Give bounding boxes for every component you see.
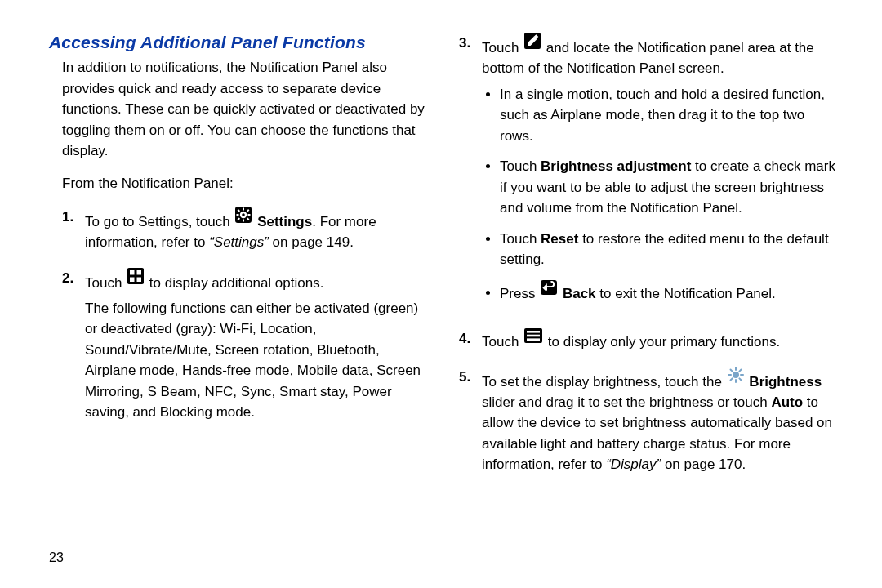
functions-list-text: The following functions can either be ac… <box>85 298 430 423</box>
steps-list-left: 1. To go to Settings, touch <box>49 207 430 423</box>
text: Touch <box>482 333 523 349</box>
svg-rect-13 <box>137 270 142 275</box>
step-body: Touch to display only your primary funct… <box>482 328 840 352</box>
brightness-sun-icon <box>728 367 744 390</box>
text: Touch <box>85 274 126 290</box>
bullet: Press Back to exit the Not <box>500 280 840 304</box>
bullet: Touch Brightness adjustment to create a … <box>500 156 840 219</box>
step-body: Touch and locate the Notification panel … <box>482 33 840 314</box>
step-3: 3. Touch and locate the N <box>459 33 840 314</box>
bold-term: Auto <box>771 394 803 410</box>
step-1: 1. To go to Settings, touch <box>62 207 430 253</box>
step-number: 3. <box>459 33 482 314</box>
svg-point-2 <box>243 213 246 216</box>
svg-rect-4 <box>243 220 244 222</box>
text: To set the display brightness, touch the <box>482 373 726 389</box>
text: on page 170. <box>661 457 746 472</box>
bold-term: Reset <box>541 231 578 247</box>
svg-line-28 <box>730 369 732 371</box>
gear-icon <box>235 207 252 229</box>
edit-pencil-icon <box>524 33 541 56</box>
settings-label: Settings <box>257 214 312 229</box>
text: to exit the Notification Panel. <box>596 285 776 301</box>
bold-term: Back <box>563 285 596 301</box>
svg-rect-14 <box>130 277 135 282</box>
svg-line-31 <box>739 369 741 371</box>
right-column: 3. Touch and locate the N <box>459 33 840 490</box>
section-heading: Accessing Additional Panel Functions <box>49 33 430 52</box>
text: To go to Settings, touch <box>85 214 234 229</box>
step-number: 2. <box>62 268 85 423</box>
svg-line-30 <box>730 378 732 380</box>
list-rows-icon <box>524 328 542 350</box>
svg-rect-5 <box>237 214 239 216</box>
step-body: To set the display brightness, touch the <box>482 367 840 475</box>
step-4: 4. Touch <box>459 328 840 352</box>
from-line: From the Notification Panel: <box>49 173 430 194</box>
manual-page: Accessing Additional Panel Functions In … <box>0 0 882 588</box>
step-body: Touch to display addition <box>85 268 430 423</box>
text: Touch <box>500 231 541 247</box>
cross-ref: “Settings” <box>209 234 269 250</box>
bold-term: Brightness adjustment <box>541 158 691 174</box>
sub-bullets: In a single motion, touch and hold a des… <box>482 84 840 304</box>
intro-paragraph: In addition to notifications, the Notifi… <box>49 57 430 162</box>
svg-rect-22 <box>527 338 540 341</box>
svg-line-29 <box>739 378 741 380</box>
text: slider and drag it to set the brightness… <box>482 394 771 410</box>
step-number: 1. <box>62 207 85 253</box>
step-body: To go to Settings, touch <box>85 207 430 253</box>
svg-rect-20 <box>527 331 540 333</box>
text: on page 149. <box>269 234 354 250</box>
back-icon <box>541 280 557 301</box>
bold-term: Brightness <box>749 373 822 389</box>
text: Touch <box>500 158 541 174</box>
text: Touch <box>482 40 523 56</box>
svg-rect-15 <box>137 277 142 282</box>
svg-rect-12 <box>130 270 135 275</box>
grid-expand-icon <box>127 268 144 291</box>
step-number: 4. <box>459 328 482 352</box>
svg-point-23 <box>733 372 739 378</box>
bullet: Touch Reset to restore the edited menu t… <box>500 229 840 270</box>
left-column: Accessing Additional Panel Functions In … <box>49 33 430 490</box>
svg-rect-3 <box>243 208 244 211</box>
step-5: 5. To set the display brightness, touch … <box>459 367 840 475</box>
text: to display only your primary functions. <box>548 333 780 349</box>
step-number: 5. <box>459 367 482 475</box>
text: to display additional options. <box>149 274 324 290</box>
steps-list-right: 3. Touch and locate the N <box>459 33 840 475</box>
svg-rect-21 <box>527 334 540 336</box>
step-2: 2. Touch <box>62 268 430 423</box>
svg-rect-6 <box>248 214 251 216</box>
page-number: 23 <box>49 550 64 565</box>
cross-ref: “Display” <box>606 457 661 472</box>
two-column-layout: Accessing Additional Panel Functions In … <box>49 33 840 490</box>
text: Press <box>500 285 539 301</box>
bullet: In a single motion, touch and hold a des… <box>500 84 840 147</box>
